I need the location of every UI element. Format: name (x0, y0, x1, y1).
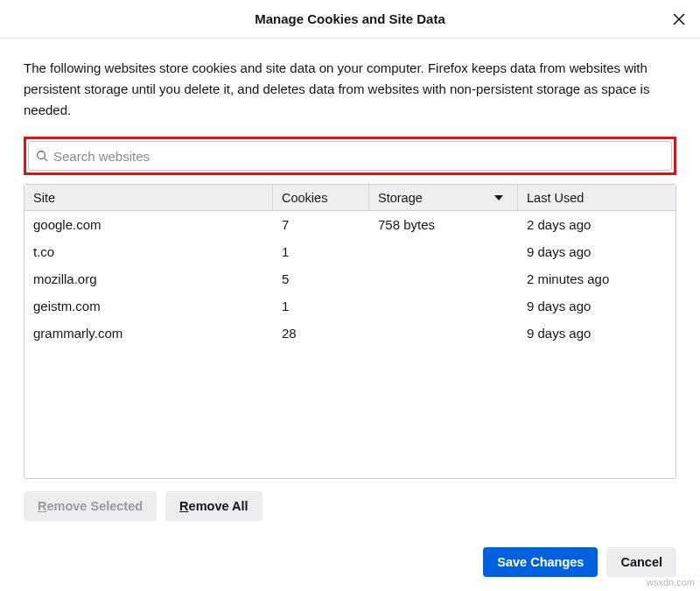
col-header-cookies[interactable]: Cookies (273, 185, 369, 210)
cell-site: mozilla.org (24, 271, 273, 286)
cell-last-used: 2 minutes ago (518, 271, 676, 286)
cell-site: grammarly.com (24, 326, 273, 341)
svg-line-3 (45, 158, 48, 162)
close-icon (673, 13, 685, 25)
col-header-storage[interactable]: Storage (369, 185, 518, 210)
cell-site: t.co (24, 244, 273, 259)
cell-last-used: 9 days ago (518, 326, 676, 341)
cell-site: geistm.com (24, 299, 273, 313)
col-header-last-used[interactable]: Last Used (518, 185, 676, 210)
cell-last-used: 9 days ago (518, 244, 676, 259)
footer-left: Remove Selected Remove All (24, 491, 676, 521)
cell-cookies: 28 (273, 326, 369, 341)
search-highlight-box (24, 137, 676, 175)
cookies-dialog: Manage Cookies and Site Data The followi… (0, 0, 700, 591)
cell-storage: 758 bytes (369, 217, 518, 232)
table-row[interactable]: google.com7758 bytes2 days ago (24, 211, 676, 238)
cell-last-used: 9 days ago (518, 299, 676, 313)
remove-selected-button[interactable]: Remove Selected (24, 491, 157, 521)
close-button[interactable] (667, 7, 691, 32)
cell-cookies: 7 (273, 217, 369, 232)
titlebar: Manage Cookies and Site Data (0, 0, 700, 39)
col-header-last-used-label: Last Used (527, 191, 584, 205)
dialog-description: The following websites store cookies and… (24, 58, 676, 121)
remove-all-button[interactable]: Remove All (165, 491, 262, 521)
save-changes-button[interactable]: Save Changes (483, 547, 598, 577)
cell-site: google.com (24, 217, 273, 232)
col-header-cookies-label: Cookies (282, 191, 327, 205)
svg-point-2 (38, 151, 46, 159)
table-row[interactable]: mozilla.org52 minutes ago (24, 265, 676, 292)
cell-cookies: 5 (273, 271, 369, 286)
table-row[interactable]: t.co19 days ago (24, 238, 676, 265)
dialog-title: Manage Cookies and Site Data (255, 11, 445, 26)
search-input[interactable] (53, 149, 664, 164)
cancel-button[interactable]: Cancel (606, 547, 676, 577)
cell-cookies: 1 (273, 244, 369, 259)
table-body[interactable]: google.com7758 bytes2 days agot.co19 day… (24, 211, 676, 478)
table-row[interactable]: geistm.com19 days ago (24, 292, 676, 320)
table-row[interactable]: grammarly.com289 days ago (24, 320, 676, 347)
sites-table: Site Cookies Storage Last Used google.co… (24, 184, 676, 479)
table-header-row: Site Cookies Storage Last Used (24, 185, 676, 211)
col-header-site-label: Site (33, 191, 55, 205)
dialog-content: The following websites store cookies and… (0, 39, 700, 531)
cell-last-used: 2 days ago (518, 217, 676, 232)
sort-indicator (494, 195, 503, 201)
col-header-site[interactable]: Site (24, 185, 273, 210)
search-field-wrapper[interactable] (28, 141, 672, 171)
watermark: wsxdn.com (647, 577, 695, 587)
col-header-storage-label: Storage (378, 191, 423, 205)
chevron-down-icon (494, 195, 503, 201)
footer-right: Save Changes Cancel (0, 547, 700, 591)
cell-cookies: 1 (273, 299, 369, 313)
search-icon (36, 150, 48, 162)
